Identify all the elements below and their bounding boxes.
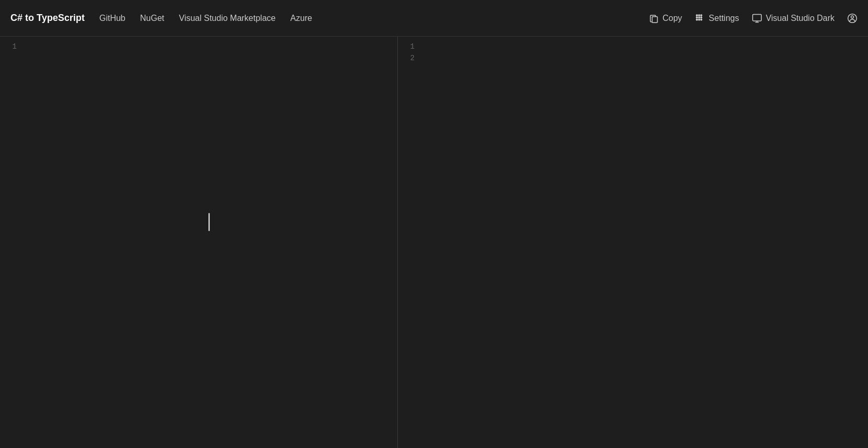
typescript-output bbox=[419, 37, 868, 448]
svg-point-2 bbox=[698, 14, 700, 16]
svg-point-5 bbox=[698, 17, 700, 18]
left-line-numbers: 1 bbox=[0, 37, 21, 448]
svg-point-1 bbox=[696, 14, 698, 16]
navbar-left: C# to TypeScript GitHub NuGet Visual Stu… bbox=[10, 13, 312, 24]
right-line-numbers: 1 2 bbox=[398, 37, 419, 448]
copy-button[interactable]: Copy bbox=[649, 13, 682, 24]
svg-point-4 bbox=[696, 17, 698, 18]
svg-rect-0 bbox=[652, 16, 657, 23]
svg-point-14 bbox=[851, 16, 854, 18]
copy-label: Copy bbox=[663, 14, 682, 23]
nuget-link[interactable]: NuGet bbox=[140, 14, 164, 23]
github-link[interactable]: GitHub bbox=[99, 14, 126, 23]
output-line-number-2: 2 bbox=[398, 52, 415, 64]
navbar-right: Copy Settings bbox=[649, 13, 858, 24]
settings-icon bbox=[695, 13, 705, 24]
theme-icon bbox=[752, 13, 762, 24]
settings-button[interactable]: Settings bbox=[695, 13, 739, 24]
line-number-1: 1 bbox=[0, 41, 17, 52]
theme-label: Visual Studio Dark bbox=[766, 14, 834, 23]
left-editor-panel: 1 │ bbox=[0, 37, 398, 448]
settings-label: Settings bbox=[709, 14, 739, 23]
copy-icon bbox=[649, 13, 659, 24]
user-icon bbox=[847, 13, 858, 24]
navbar: C# to TypeScript GitHub NuGet Visual Stu… bbox=[0, 0, 868, 37]
marketplace-link[interactable]: Visual Studio Marketplace bbox=[179, 14, 276, 23]
svg-point-7 bbox=[696, 19, 698, 20]
main-content: 1 │ 1 2 bbox=[0, 37, 868, 448]
output-line-number-1: 1 bbox=[398, 41, 415, 52]
svg-point-3 bbox=[700, 14, 702, 16]
svg-rect-10 bbox=[752, 14, 761, 21]
svg-point-8 bbox=[698, 19, 700, 20]
svg-point-6 bbox=[700, 17, 702, 18]
csharp-input[interactable] bbox=[24, 41, 397, 448]
theme-button[interactable]: Visual Studio Dark bbox=[752, 13, 834, 24]
app-title[interactable]: C# to TypeScript bbox=[10, 13, 85, 24]
left-editor-wrapper[interactable]: │ bbox=[21, 37, 397, 448]
svg-point-9 bbox=[700, 19, 702, 20]
right-output-panel: 1 2 bbox=[398, 37, 868, 448]
user-button[interactable] bbox=[847, 13, 858, 24]
azure-link[interactable]: Azure bbox=[290, 14, 312, 23]
